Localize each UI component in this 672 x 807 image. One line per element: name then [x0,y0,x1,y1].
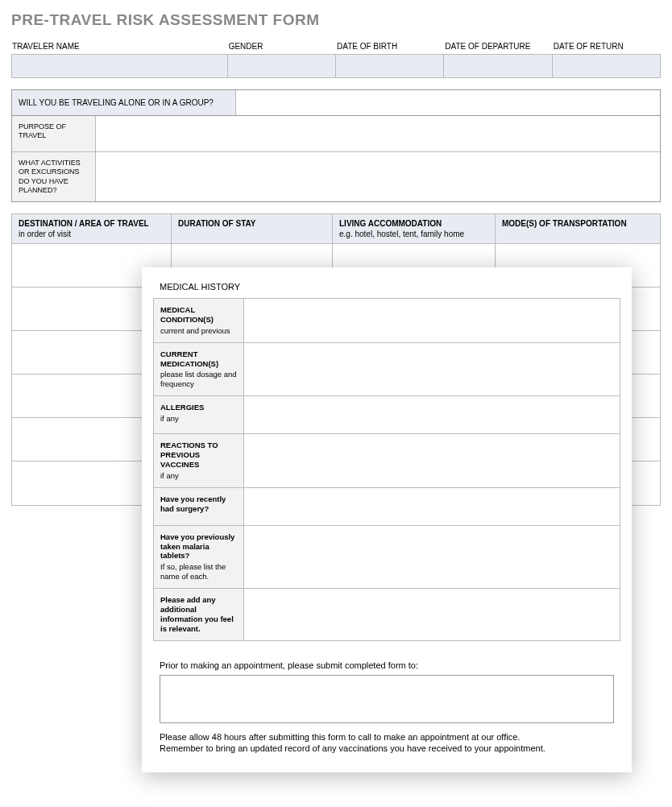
dob-label: DATE OF BIRTH [336,40,444,54]
med-input-reactions[interactable] [244,434,620,487]
med-label-conditions: MEDICAL CONDITION(S) current and previou… [154,299,244,342]
med-input-medications[interactable] [244,343,620,396]
submit-input[interactable] [160,675,614,723]
alone-or-group-input[interactable] [236,90,660,115]
med-label-s: please list dosage and frequency [160,370,237,389]
med-label-s: current and previous [160,326,237,336]
activities-input[interactable] [96,152,660,201]
dest-header-destination-sub: in order of visit [19,230,164,238]
med-input-conditions[interactable] [244,299,620,342]
submit-section: Prior to making an appointment, please s… [153,660,620,723]
med-label-s: if any [160,471,237,481]
med-label-b: Have you previously taken malaria tablet… [160,532,237,561]
med-input-additional[interactable] [244,589,620,640]
footer-note-1: Please allow 48 hours after submitting t… [160,731,614,743]
dest-header-accommodation: LIVING ACCOMMODATION e.g. hotel, hostel,… [333,214,496,243]
dest-header-duration-label: DURATION OF STAY [178,219,255,228]
alone-or-group-label: WILL YOU BE TRAVELING ALONE OR IN A GROU… [12,90,236,115]
purpose-label: PURPOSE OF TRAVEL [12,116,96,151]
med-row-malaria: Have you previously taken malaria tablet… [154,526,620,589]
medical-history-title: MEDICAL HISTORY [153,282,620,298]
med-label-surgery: Have you recently had surgery? [154,488,244,525]
med-label-s: If so, please list the name of each. [160,562,237,581]
med-label-additional: Please add any additional information yo… [154,589,244,640]
med-input-malaria[interactable] [244,526,620,588]
return-label: DATE OF RETURN [553,40,661,54]
traveler-info-row: TRAVELER NAME GENDER DATE OF BIRTH DATE … [11,40,661,78]
med-row-additional: Please add any additional information yo… [154,589,620,640]
submit-label: Prior to making an appointment, please s… [160,660,614,670]
departure-input[interactable] [444,54,552,78]
med-label-allergies: ALLERGIES if any [154,396,244,433]
dest-header-accommodation-label: LIVING ACCOMMODATION [339,219,442,228]
med-label-b: REACTIONS TO PREVIOUS VACCINES [160,441,237,470]
med-label-medications: CURRENT MEDICATION(S) please list dosage… [154,343,244,396]
overlay-inner: MEDICAL HISTORY MEDICAL CONDITION(S) cur… [142,282,632,755]
dest-header-transport: MODE(S) OF TRANSPORTATION [496,214,660,243]
activities-label: WHAT ACTIVITIES OR EXCURSIONS DO YOU HAV… [12,152,96,201]
med-label-malaria: Have you previously taken malaria tablet… [154,526,244,588]
dest-header-destination: DESTINATION / AREA OF TRAVEL in order of… [12,214,172,243]
alone-or-group-row: WILL YOU BE TRAVELING ALONE OR IN A GROU… [12,90,660,116]
med-label-reactions: REACTIONS TO PREVIOUS VACCINES if any [154,434,244,487]
return-field: DATE OF RETURN [553,40,661,78]
med-label-b: ALLERGIES [160,403,237,412]
med-label-b: Have you recently had surgery? [160,495,237,514]
travel-details-table: PURPOSE OF TRAVEL WHAT ACTIVITIES OR EXC… [12,116,660,201]
dest-header-duration: DURATION OF STAY [172,214,333,243]
purpose-row: PURPOSE OF TRAVEL [12,116,660,151]
dest-header-accommodation-sub: e.g. hotel, hostel, tent, family home [339,230,488,238]
med-row-medications: CURRENT MEDICATION(S) please list dosage… [154,343,620,397]
med-row-surgery: Have you recently had surgery? [154,488,620,526]
gender-input[interactable] [228,54,336,78]
med-label-b: CURRENT MEDICATION(S) [160,350,237,369]
med-row-allergies: ALLERGIES if any [154,396,620,434]
gender-field: GENDER [228,40,336,78]
footer-note-2: Remember to bring an updated record of a… [160,743,614,755]
dest-header-transport-label: MODE(S) OF TRANSPORTATION [502,219,627,228]
med-input-allergies[interactable] [244,396,620,433]
med-input-surgery[interactable] [244,488,620,525]
med-label-b: Please add any additional information yo… [160,595,237,634]
gender-label: GENDER [228,40,336,54]
traveler-name-field: TRAVELER NAME [11,40,228,78]
med-label-b: MEDICAL CONDITION(S) [160,305,237,325]
dest-header-destination-label: DESTINATION / AREA OF TRAVEL [19,219,149,228]
destination-header-row: DESTINATION / AREA OF TRAVEL in order of… [12,214,660,244]
med-row-conditions: MEDICAL CONDITION(S) current and previou… [154,299,620,343]
activities-row: WHAT ACTIVITIES OR EXCURSIONS DO YOU HAV… [12,151,660,201]
return-input[interactable] [553,54,661,78]
footer-notes: Please allow 48 hours after submitting t… [153,731,620,755]
dob-input[interactable] [336,54,444,78]
medical-table: MEDICAL CONDITION(S) current and previou… [153,298,620,641]
traveler-name-label: TRAVELER NAME [11,40,228,54]
medical-history-overlay: MEDICAL HISTORY MEDICAL CONDITION(S) cur… [142,267,632,772]
purpose-input[interactable] [96,116,660,151]
page-title: PRE-TRAVEL RISK ASSESSMENT FORM [11,11,661,29]
med-label-s: if any [160,414,237,424]
departure-label: DATE OF DEPARTURE [444,40,552,54]
departure-field: DATE OF DEPARTURE [444,40,552,78]
traveler-name-input[interactable] [11,54,228,78]
dob-field: DATE OF BIRTH [336,40,444,78]
travel-details-section: WILL YOU BE TRAVELING ALONE OR IN A GROU… [11,89,661,202]
med-row-reactions: REACTIONS TO PREVIOUS VACCINES if any [154,434,620,488]
